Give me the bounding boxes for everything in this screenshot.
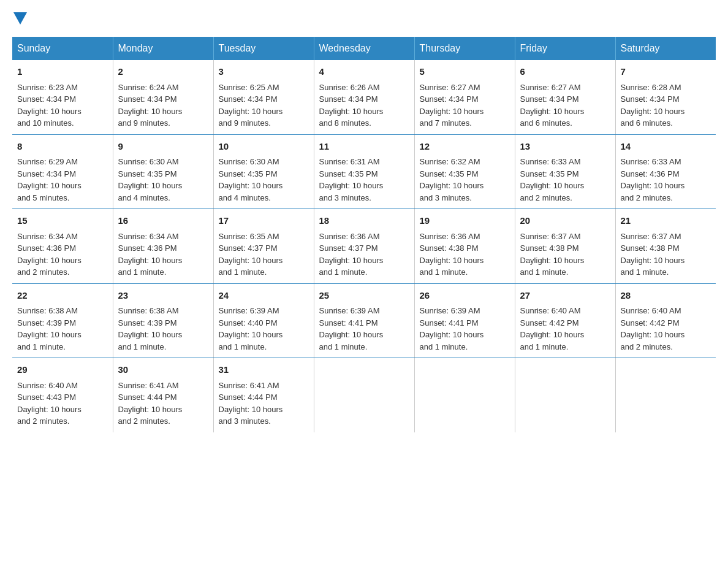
calendar-day-cell: 29Sunrise: 6:40 AMSunset: 4:43 PMDayligh… [12, 358, 113, 432]
calendar-day-header: Wednesday [314, 37, 414, 60]
day-number: 14 [621, 140, 711, 154]
day-number: 29 [17, 363, 108, 377]
day-info: Sunrise: 6:36 AMSunset: 4:37 PMDaylight:… [319, 232, 384, 277]
day-number: 21 [621, 214, 711, 228]
calendar-day-cell [615, 358, 716, 432]
day-number: 9 [118, 140, 208, 154]
day-info: Sunrise: 6:33 AMSunset: 4:35 PMDaylight:… [520, 157, 585, 202]
day-info: Sunrise: 6:41 AMSunset: 4:44 PMDaylight:… [118, 381, 183, 426]
calendar-day-cell: 22Sunrise: 6:38 AMSunset: 4:39 PMDayligh… [12, 283, 113, 358]
calendar-day-cell: 12Sunrise: 6:32 AMSunset: 4:35 PMDayligh… [414, 134, 515, 209]
day-info: Sunrise: 6:26 AMSunset: 4:34 PMDaylight:… [319, 83, 384, 128]
calendar-day-cell: 24Sunrise: 6:39 AMSunset: 4:40 PMDayligh… [213, 283, 314, 358]
day-number: 16 [118, 214, 208, 228]
svg-marker-0 [13, 12, 27, 25]
page-header [12, 12, 716, 25]
day-info: Sunrise: 6:38 AMSunset: 4:39 PMDaylight:… [17, 306, 82, 351]
calendar-day-cell: 30Sunrise: 6:41 AMSunset: 4:44 PMDayligh… [113, 358, 213, 432]
calendar-week-row: 8Sunrise: 6:29 AMSunset: 4:34 PMDaylight… [12, 134, 716, 209]
calendar-day-cell: 10Sunrise: 6:30 AMSunset: 4:35 PMDayligh… [213, 134, 314, 209]
day-number: 8 [17, 140, 108, 154]
calendar-day-cell: 1Sunrise: 6:23 AMSunset: 4:34 PMDaylight… [12, 60, 113, 134]
calendar-day-cell: 18Sunrise: 6:36 AMSunset: 4:37 PMDayligh… [314, 209, 414, 284]
day-number: 24 [219, 289, 309, 303]
calendar-week-row: 29Sunrise: 6:40 AMSunset: 4:43 PMDayligh… [12, 358, 716, 432]
calendar-day-cell: 23Sunrise: 6:38 AMSunset: 4:39 PMDayligh… [113, 283, 213, 358]
day-info: Sunrise: 6:40 AMSunset: 4:43 PMDaylight:… [17, 381, 82, 426]
calendar-week-row: 1Sunrise: 6:23 AMSunset: 4:34 PMDaylight… [12, 60, 716, 134]
calendar-day-cell: 8Sunrise: 6:29 AMSunset: 4:34 PMDaylight… [12, 134, 113, 209]
day-number: 2 [118, 65, 208, 79]
day-info: Sunrise: 6:30 AMSunset: 4:35 PMDaylight:… [219, 157, 283, 202]
day-info: Sunrise: 6:37 AMSunset: 4:38 PMDaylight:… [621, 232, 685, 277]
day-number: 19 [420, 214, 510, 228]
calendar-day-cell: 6Sunrise: 6:27 AMSunset: 4:34 PMDaylight… [515, 60, 615, 134]
calendar-day-cell [414, 358, 515, 432]
calendar-day-header: Tuesday [213, 37, 314, 60]
day-number: 22 [17, 289, 108, 303]
day-number: 5 [420, 65, 510, 79]
day-info: Sunrise: 6:23 AMSunset: 4:34 PMDaylight:… [17, 83, 82, 128]
day-info: Sunrise: 6:33 AMSunset: 4:36 PMDaylight:… [621, 157, 685, 202]
day-number: 17 [219, 214, 309, 228]
calendar-day-cell: 26Sunrise: 6:39 AMSunset: 4:41 PMDayligh… [414, 283, 515, 358]
day-number: 6 [520, 65, 610, 79]
day-number: 27 [520, 289, 610, 303]
day-number: 31 [219, 363, 309, 377]
day-info: Sunrise: 6:24 AMSunset: 4:34 PMDaylight:… [118, 83, 183, 128]
calendar-day-cell: 21Sunrise: 6:37 AMSunset: 4:38 PMDayligh… [615, 209, 716, 284]
calendar-day-cell: 9Sunrise: 6:30 AMSunset: 4:35 PMDaylight… [113, 134, 213, 209]
calendar-header-row: SundayMondayTuesdayWednesdayThursdayFrid… [12, 37, 716, 60]
day-number: 23 [118, 289, 208, 303]
day-number: 11 [319, 140, 409, 154]
day-info: Sunrise: 6:36 AMSunset: 4:38 PMDaylight:… [420, 232, 484, 277]
calendar-day-cell: 19Sunrise: 6:36 AMSunset: 4:38 PMDayligh… [414, 209, 515, 284]
day-info: Sunrise: 6:32 AMSunset: 4:35 PMDaylight:… [420, 157, 484, 202]
calendar-day-cell: 11Sunrise: 6:31 AMSunset: 4:35 PMDayligh… [314, 134, 414, 209]
day-number: 3 [219, 65, 309, 79]
calendar-day-cell: 3Sunrise: 6:25 AMSunset: 4:34 PMDaylight… [213, 60, 314, 134]
day-number: 18 [319, 214, 409, 228]
day-number: 15 [17, 214, 108, 228]
calendar-day-cell [314, 358, 414, 432]
calendar-day-cell: 7Sunrise: 6:28 AMSunset: 4:34 PMDaylight… [615, 60, 716, 134]
calendar-day-cell: 13Sunrise: 6:33 AMSunset: 4:35 PMDayligh… [515, 134, 615, 209]
day-number: 30 [118, 363, 208, 377]
day-number: 12 [420, 140, 510, 154]
calendar-day-cell: 4Sunrise: 6:26 AMSunset: 4:34 PMDaylight… [314, 60, 414, 134]
day-info: Sunrise: 6:27 AMSunset: 4:34 PMDaylight:… [420, 83, 484, 128]
day-info: Sunrise: 6:27 AMSunset: 4:34 PMDaylight:… [520, 83, 585, 128]
calendar-day-cell: 17Sunrise: 6:35 AMSunset: 4:37 PMDayligh… [213, 209, 314, 284]
day-info: Sunrise: 6:39 AMSunset: 4:40 PMDaylight:… [219, 306, 283, 351]
day-number: 20 [520, 214, 610, 228]
calendar-week-row: 22Sunrise: 6:38 AMSunset: 4:39 PMDayligh… [12, 283, 716, 358]
calendar-day-cell [515, 358, 615, 432]
day-info: Sunrise: 6:25 AMSunset: 4:34 PMDaylight:… [219, 83, 283, 128]
day-number: 1 [17, 65, 108, 79]
day-info: Sunrise: 6:39 AMSunset: 4:41 PMDaylight:… [319, 306, 384, 351]
day-number: 28 [621, 289, 711, 303]
calendar-day-header: Saturday [615, 37, 716, 60]
calendar-day-header: Friday [515, 37, 615, 60]
day-info: Sunrise: 6:30 AMSunset: 4:35 PMDaylight:… [118, 157, 183, 202]
calendar-day-cell: 2Sunrise: 6:24 AMSunset: 4:34 PMDaylight… [113, 60, 213, 134]
calendar-day-cell: 15Sunrise: 6:34 AMSunset: 4:36 PMDayligh… [12, 209, 113, 284]
day-info: Sunrise: 6:31 AMSunset: 4:35 PMDaylight:… [319, 157, 384, 202]
day-info: Sunrise: 6:40 AMSunset: 4:42 PMDaylight:… [520, 306, 585, 351]
day-number: 25 [319, 289, 409, 303]
day-number: 7 [621, 65, 711, 79]
calendar-day-header: Thursday [414, 37, 515, 60]
calendar-day-cell: 28Sunrise: 6:40 AMSunset: 4:42 PMDayligh… [615, 283, 716, 358]
day-number: 13 [520, 140, 610, 154]
day-number: 26 [420, 289, 510, 303]
day-info: Sunrise: 6:39 AMSunset: 4:41 PMDaylight:… [420, 306, 484, 351]
calendar-week-row: 15Sunrise: 6:34 AMSunset: 4:36 PMDayligh… [12, 209, 716, 284]
calendar-day-header: Monday [113, 37, 213, 60]
logo [12, 12, 27, 25]
day-info: Sunrise: 6:37 AMSunset: 4:38 PMDaylight:… [520, 232, 585, 277]
day-info: Sunrise: 6:29 AMSunset: 4:34 PMDaylight:… [17, 157, 82, 202]
day-number: 4 [319, 65, 409, 79]
calendar-day-header: Sunday [12, 37, 113, 60]
calendar-day-cell: 5Sunrise: 6:27 AMSunset: 4:34 PMDaylight… [414, 60, 515, 134]
day-info: Sunrise: 6:34 AMSunset: 4:36 PMDaylight:… [118, 232, 183, 277]
